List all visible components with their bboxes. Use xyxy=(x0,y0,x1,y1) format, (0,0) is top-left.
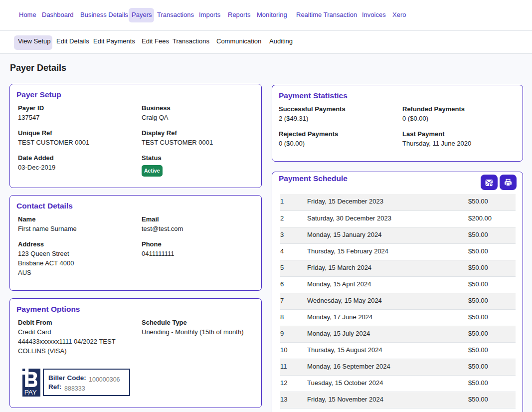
svg-text:100000306: 100000306 xyxy=(89,376,120,383)
svg-text:Ref:: Ref: xyxy=(48,383,61,391)
svg-text:888333: 888333 xyxy=(64,385,85,392)
svg-text:Biller Code:: Biller Code: xyxy=(48,374,86,382)
svg-text:PAY: PAY xyxy=(24,389,37,396)
